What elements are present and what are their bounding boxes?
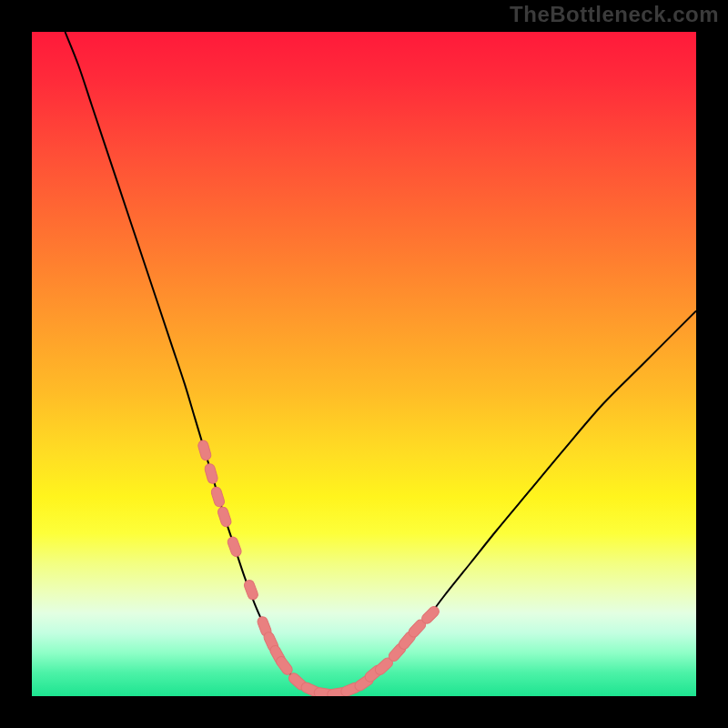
bottleneck-chart	[0, 0, 728, 728]
watermark-text: TheBottleneck.com	[510, 2, 719, 27]
plot-background	[32, 32, 696, 696]
outer-frame: TheBottleneck.com	[0, 0, 728, 728]
